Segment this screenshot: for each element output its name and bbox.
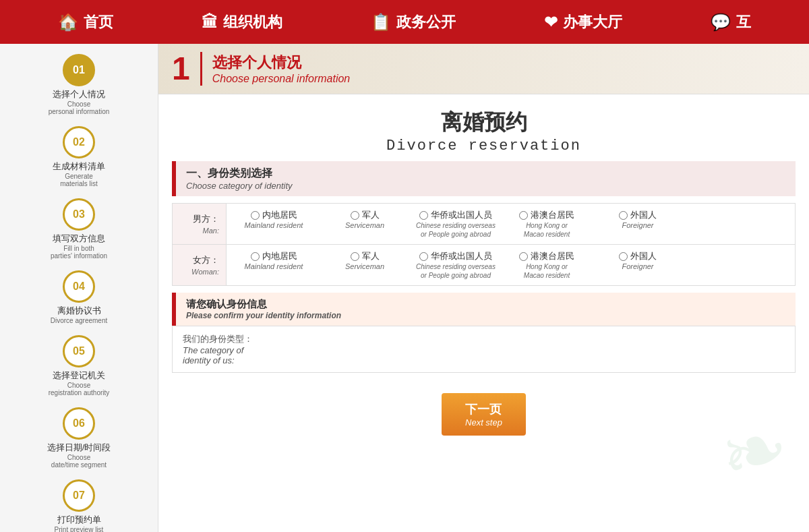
man-option-mainland[interactable]: 内地居民 Mainland resident <box>233 209 314 229</box>
woman-row: 女方： Woman: 内地居民 Mainland resident <box>173 245 796 286</box>
home-icon: 🏠 <box>58 13 78 32</box>
man-option-hkmo[interactable]: 港澳台居民 Hong Kong orMacao resident <box>506 209 587 239</box>
step-label-zh-6: 选择日期/时间段 <box>47 442 111 454</box>
nav-home[interactable]: 🏠 首页 <box>58 12 113 32</box>
step-label-en-7: Print preview list <box>55 526 104 532</box>
identity-table: 男方： Man: 内地居民 Mainland resident <box>172 203 796 286</box>
step-circle-6: 06 <box>63 407 95 440</box>
step-circle-4: 04 <box>63 270 95 303</box>
confirm-title-zh: 请您确认身份信息 <box>186 298 785 311</box>
step-title-zh: 选择个人情况 <box>212 53 351 73</box>
nav-org[interactable]: 🏛 组织机构 <box>202 12 282 32</box>
step-label-en-3: Fill in bothparties' information <box>51 245 107 260</box>
step-item-3[interactable]: 03 填写双方信息 Fill in bothparties' informati… <box>7 198 151 260</box>
next-step-button[interactable]: 下一页 Next step <box>442 393 526 436</box>
confirm-header: 请您确认身份信息 Please confirm your identity in… <box>172 293 796 326</box>
chat-icon: 💬 <box>711 13 731 32</box>
man-options: 内地居民 Mainland resident 军人 Serviceman <box>227 204 796 245</box>
page-title-area: 离婚预约 Divorce reservation <box>158 94 809 161</box>
woman-option-mainland[interactable]: 内地居民 Mainland resident <box>233 250 314 270</box>
step-header-divider <box>200 52 202 86</box>
nav-hall[interactable]: ❤ 办事大厅 <box>544 12 622 32</box>
step-label-zh-5: 选择登记机关 <box>53 370 105 382</box>
man-option-serviceman[interactable]: 军人 Serviceman <box>324 209 405 229</box>
step-label-en-4: Divorce agreement <box>51 317 107 324</box>
woman-radio-hkmo[interactable] <box>519 252 528 261</box>
step-item-1[interactable]: 01 选择个人情况 Choosepersonal information <box>7 54 151 115</box>
step-label-zh-7: 打印预约单 <box>57 514 101 526</box>
step-label-en-1: Choosepersonal information <box>49 100 110 115</box>
step-title-en: Choose personal information <box>212 73 351 85</box>
confirm-section: 请您确认身份信息 Please confirm your identity in… <box>172 293 796 373</box>
clipboard-icon: 📋 <box>371 13 391 32</box>
step-label-en-6: Choosedate/time segment <box>51 454 107 469</box>
header: 🏠 首页 🏛 组织机构 📋 政务公开 ❤ 办事大厅 💬 互 <box>0 0 809 44</box>
step-item-7[interactable]: 07 打印预约单 Print preview list <box>7 479 151 532</box>
step-circle-3: 03 <box>63 198 95 231</box>
section1-title-zh: 一、身份类别选择 <box>186 167 785 181</box>
woman-option-foreigner[interactable]: 外国人 Foreigner <box>597 250 678 270</box>
man-options-group: 内地居民 Mainland resident 军人 Serviceman <box>233 209 788 239</box>
woman-option-hkmo[interactable]: 港澳台居民 Hong Kong orMacao resident <box>506 250 587 280</box>
man-radio-overseas[interactable] <box>419 211 428 220</box>
man-row: 男方： Man: 内地居民 Mainland resident <box>173 204 796 245</box>
step-label-en-2: Generatematerials list <box>60 173 98 187</box>
step-circle-1: 01 <box>63 54 95 86</box>
step-circle-7: 07 <box>63 479 95 512</box>
woman-radio-serviceman[interactable] <box>351 252 359 261</box>
woman-radio-foreigner[interactable] <box>619 252 628 261</box>
nav-gov[interactable]: 📋 政务公开 <box>371 12 456 32</box>
woman-radio-mainland[interactable] <box>251 252 260 261</box>
woman-options: 内地居民 Mainland resident 军人 Serviceman <box>227 245 796 286</box>
woman-options-group: 内地居民 Mainland resident 军人 Serviceman <box>233 250 788 280</box>
page-title-zh: 离婚预约 <box>158 108 809 138</box>
building-icon: 🏛 <box>202 13 218 32</box>
woman-label: 女方： Woman: <box>173 245 227 286</box>
sidebar: 01 选择个人情况 Choosepersonal information 02 … <box>0 44 158 532</box>
step-item-2[interactable]: 02 生成材料清单 Generatematerials list <box>7 126 151 187</box>
content-area: 1 选择个人情况 Choose personal information 离婚预… <box>158 44 809 532</box>
man-radio-foreigner[interactable] <box>619 211 628 220</box>
woman-option-overseas[interactable]: 华侨或出国人员 Chinese residing overseasor Peop… <box>415 250 496 280</box>
confirm-body: 我们的身份类型： The category ofidentity of us: <box>172 326 796 373</box>
step-label-en-5: Chooseregistration authority <box>49 382 110 396</box>
man-option-overseas[interactable]: 华侨或出国人员 Chinese residing overseasor Peop… <box>415 209 496 239</box>
section1-title-en: Choose category of identity <box>186 181 785 191</box>
step-label-zh-1: 选择个人情况 <box>53 88 105 100</box>
header-nav: 🏠 首页 🏛 组织机构 📋 政务公开 ❤ 办事大厅 💬 互 <box>13 12 796 32</box>
step-item-5[interactable]: 05 选择登记机关 Chooseregistration authority <box>7 335 151 396</box>
button-area: 下一页 Next step <box>158 380 809 449</box>
man-radio-hkmo[interactable] <box>519 211 528 220</box>
step-label-zh-3: 填写双方信息 <box>53 233 105 245</box>
woman-radio-overseas[interactable] <box>419 252 428 261</box>
man-radio-serviceman[interactable] <box>351 211 359 220</box>
step-label-zh-2: 生成材料清单 <box>53 160 105 173</box>
step-circle-2: 02 <box>63 126 95 158</box>
man-option-foreigner[interactable]: 外国人 Foreigner <box>597 209 678 229</box>
step-item-4[interactable]: 04 离婚协议书 Divorce agreement <box>7 270 151 324</box>
section1-header: 一、身份类别选择 Choose category of identity <box>172 161 796 196</box>
page-title-en: Divorce reservation <box>158 138 809 154</box>
man-radio-mainland[interactable] <box>251 211 260 220</box>
main-container: 01 选择个人情况 Choosepersonal information 02 … <box>0 44 809 532</box>
heart-icon: ❤ <box>544 13 558 32</box>
confirm-title-en: Please confirm your identity information <box>186 311 785 320</box>
woman-option-serviceman[interactable]: 军人 Serviceman <box>324 250 405 270</box>
man-label: 男方： Man: <box>173 204 227 245</box>
step-label-zh-4: 离婚协议书 <box>57 305 101 317</box>
step-item-6[interactable]: 06 选择日期/时间段 Choosedate/time segment <box>7 407 151 469</box>
step-header: 1 选择个人情况 Choose personal information <box>158 44 809 94</box>
step-number-display: 1 <box>172 53 190 85</box>
step-circle-5: 05 <box>63 335 95 367</box>
nav-more[interactable]: 💬 互 <box>711 12 751 32</box>
